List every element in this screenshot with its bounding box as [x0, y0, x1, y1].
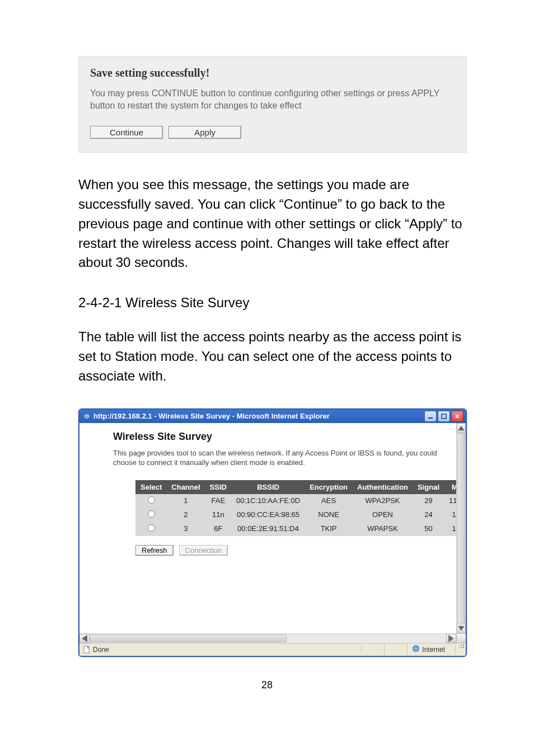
ie-window: http://192.168.2.1 - Wireless Site Surve… — [78, 408, 467, 657]
cell-channel: 3 — [167, 522, 205, 536]
page-number: 28 — [0, 679, 534, 691]
save-message: You may press CONTINUE button to continu… — [90, 87, 455, 111]
page-description: This page provides tool to scan the wire… — [113, 448, 453, 468]
svg-point-0 — [84, 413, 90, 419]
status-separator — [385, 644, 407, 656]
table-row: 2 11n 00:90:CC:EA:98:65 NONE OPEN 24 11b… — [136, 508, 466, 522]
status-left: Done — [79, 646, 362, 654]
table-row: 3 6F 00:0E:2E:91:51:D4 TKIP WPAPSK 50 11… — [136, 522, 466, 536]
minimize-button[interactable] — [424, 411, 437, 422]
hscroll-thumb[interactable] — [90, 635, 287, 642]
cell-signal: 24 — [413, 508, 444, 522]
horizontal-scrollbar[interactable] — [79, 633, 466, 643]
body-paragraph-2: The table will list the access points ne… — [78, 327, 467, 386]
status-bar: Done Internet — [79, 643, 466, 656]
save-buttons: Continue Apply — [90, 126, 455, 139]
scroll-down-icon[interactable] — [457, 623, 466, 633]
save-title: Save setting successfully! — [90, 67, 455, 79]
cell-bssid: 00:0E:2E:91:51:D4 — [231, 522, 305, 536]
page-icon — [83, 646, 91, 654]
ie-logo-icon — [83, 412, 91, 420]
scroll-up-icon[interactable] — [457, 423, 466, 433]
col-signal: Signal — [413, 480, 444, 494]
survey-table: Select Channel SSID BSSID Encryption Aut… — [135, 480, 466, 536]
table-header-row: Select Channel SSID BSSID Encryption Aut… — [136, 480, 466, 494]
table-buttons: Refresh Connection — [135, 545, 453, 556]
cell-ssid: 6F — [205, 522, 231, 536]
save-setting-panel: Save setting successfully! You may press… — [78, 56, 467, 153]
page-title: Wireless Site Survey — [113, 431, 453, 443]
vertical-scrollbar[interactable] — [456, 423, 466, 633]
cell-ssid: FAE — [205, 494, 231, 508]
close-button[interactable] — [451, 411, 463, 422]
cell-auth: WPAPSK — [353, 522, 413, 536]
table-row: 1 FAE 00:1C:10:AA:FE:0D AES WPA2PSK 29 1… — [136, 494, 466, 508]
cell-ssid: 11n — [205, 508, 231, 522]
continue-button[interactable]: Continue — [90, 126, 163, 139]
cell-channel: 2 — [167, 508, 205, 522]
col-ssid: SSID — [205, 480, 231, 494]
cell-channel: 1 — [167, 494, 205, 508]
maximize-button[interactable] — [438, 411, 450, 422]
vscroll-track[interactable] — [457, 433, 466, 623]
scroll-corner — [456, 634, 466, 643]
section-heading: 2-4-2-1 Wireless Site Survey — [78, 295, 467, 311]
internet-zone-icon — [412, 645, 420, 654]
ie-content: Wireless Site Survey This page provides … — [79, 423, 466, 633]
cell-bssid: 00:90:CC:EA:98:65 — [231, 508, 305, 522]
col-bssid: BSSID — [231, 480, 305, 494]
col-channel: Channel — [167, 480, 205, 494]
vscroll-thumb[interactable] — [457, 433, 465, 624]
ie-titlebar[interactable]: http://192.168.2.1 - Wireless Site Surve… — [79, 410, 466, 423]
cell-encryption: AES — [305, 494, 353, 508]
cell-signal: 50 — [413, 522, 444, 536]
cell-encryption: TKIP — [305, 522, 353, 536]
cell-signal: 29 — [413, 494, 444, 508]
svg-rect-1 — [428, 417, 433, 419]
ie-body: Wireless Site Survey This page provides … — [79, 423, 466, 656]
col-encryption: Encryption — [305, 480, 353, 494]
col-authentication: Authentication — [353, 480, 413, 494]
window-controls — [424, 411, 463, 422]
apply-button[interactable]: Apply — [168, 126, 241, 139]
status-text: Done — [93, 646, 109, 654]
select-radio[interactable] — [148, 510, 155, 518]
connection-button[interactable]: Connection — [179, 545, 228, 556]
refresh-button[interactable]: Refresh — [135, 545, 174, 556]
scroll-right-icon[interactable] — [446, 634, 456, 643]
scroll-left-icon[interactable] — [79, 634, 90, 643]
status-separator — [362, 644, 385, 656]
zone-text: Internet — [422, 646, 445, 654]
body-paragraph-1: When you see this message, the settings … — [78, 175, 467, 273]
cell-auth: OPEN — [353, 508, 413, 522]
security-zone: Internet — [407, 645, 456, 654]
select-radio[interactable] — [148, 524, 155, 532]
cell-bssid: 00:1C:10:AA:FE:0D — [231, 494, 305, 508]
ie-title-text: http://192.168.2.1 - Wireless Site Surve… — [93, 412, 424, 420]
select-radio[interactable] — [148, 496, 155, 504]
svg-rect-2 — [442, 414, 446, 419]
cell-encryption: NONE — [305, 508, 353, 522]
col-select: Select — [136, 480, 167, 494]
cell-auth: WPA2PSK — [353, 494, 413, 508]
hscroll-track[interactable] — [90, 634, 446, 643]
